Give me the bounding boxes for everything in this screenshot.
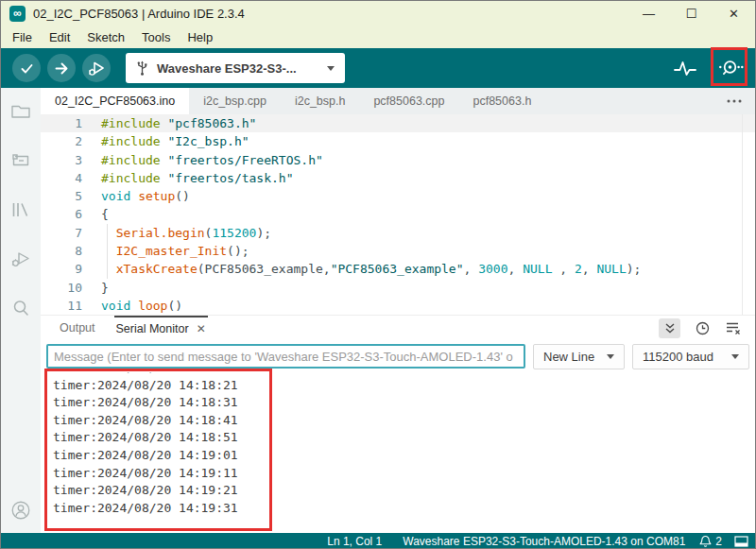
chevron-down-icon: [607, 354, 614, 359]
panel-header: Output Serial Monitor ✕: [41, 316, 755, 340]
serial-monitor-tab-label: Serial Monitor: [116, 322, 189, 335]
line-number: 10: [41, 279, 82, 297]
menu-sketch[interactable]: Sketch: [78, 30, 133, 44]
code-line-7[interactable]: 7 Serial.begin(115200);: [41, 224, 755, 242]
code-line-11[interactable]: 11void loop(): [41, 297, 755, 315]
title-bar: ∞ 02_I2C_PCF85063 | Arduino IDE 2.3.4 — …: [1, 1, 755, 26]
bottom-panel: Output Serial Monitor ✕: [41, 315, 755, 533]
code-editor[interactable]: 1#include "pcf85063.h"2#include "I2c_bsp…: [41, 114, 755, 315]
upload-button[interactable]: [47, 54, 76, 82]
toggle-panel-icon[interactable]: [734, 536, 748, 547]
menu-help[interactable]: Help: [179, 30, 221, 44]
toolbar: Waveshare ESP32-S3-...: [1, 48, 755, 88]
tab-02-i2c-pcf85063-ino[interactable]: 02_I2C_PCF85063.ino: [41, 88, 189, 114]
menu-file[interactable]: File: [4, 30, 41, 44]
serial-line: timer:2024/08/20 14:18:51: [53, 429, 755, 447]
status-bar: Ln 1, Col 1 Waveshare ESP32-S3-Touch-AMO…: [1, 533, 755, 549]
clear-output-button[interactable]: [724, 318, 743, 338]
menu-edit[interactable]: Edit: [41, 30, 78, 44]
tab-i2c-bsp-cpp[interactable]: i2c_bsp.cpp: [189, 88, 281, 114]
serial-plotter-button[interactable]: [670, 51, 700, 85]
clock-icon: [696, 321, 710, 335]
clear-output-icon: [726, 321, 741, 335]
code-line-8[interactable]: 8 I2C_master_Init();: [41, 242, 755, 260]
serial-message-input[interactable]: [46, 344, 525, 369]
board-selector-label: Waveshare ESP32-S3-...: [157, 61, 297, 76]
code-line-6[interactable]: 6{: [41, 205, 755, 223]
chevron-down-icon: [327, 66, 335, 71]
line-number: 8: [41, 242, 82, 260]
serial-line: timer:2024/08/20 14:19:11: [53, 465, 755, 483]
verify-button[interactable]: [12, 54, 41, 82]
tab-pcf85063-h[interactable]: pcf85063.h: [458, 88, 545, 114]
serial-line: timer:2024/08/20 14:18:41: [53, 412, 755, 430]
arduino-ide-window: ∞ 02_I2C_PCF85063 | Arduino IDE 2.3.4 — …: [0, 0, 756, 549]
bell-icon: [699, 535, 712, 548]
tab-pcf85063-cpp[interactable]: pcf85063.cpp: [359, 88, 458, 114]
line-number: 3: [41, 151, 82, 169]
code-line-9[interactable]: 9 xTaskCreate(PCF85063_example,"PCF85063…: [41, 260, 755, 278]
serial-plotter-icon: [674, 59, 696, 77]
serial-line: timer:2024/08/20 14:19:01: [53, 447, 755, 465]
timestamp-toggle-button[interactable]: [693, 318, 712, 338]
library-manager-icon[interactable]: [9, 198, 32, 221]
close-button[interactable]: ✕: [713, 1, 755, 26]
close-tab-icon[interactable]: ✕: [197, 322, 206, 335]
line-number: 5: [41, 187, 82, 205]
debug-button[interactable]: [82, 54, 111, 82]
content-area: 02_I2C_PCF85063.inoi2c_bsp.cppi2c_bsp.hp…: [41, 88, 755, 533]
line-number: 6: [41, 205, 82, 223]
more-actions-icon[interactable]: [727, 88, 742, 114]
code-line-3[interactable]: 3#include "freertos/FreeRTOS.h": [41, 151, 755, 169]
arrow-right-icon: [53, 60, 71, 77]
code-line-1[interactable]: 1#include "pcf85063.h": [41, 114, 755, 132]
code-line-4[interactable]: 4#include "freertos/task.h": [41, 169, 755, 187]
serial-line: timer:2024/08/20 14:18:21: [53, 377, 755, 395]
usb-icon: [136, 60, 148, 77]
minimize-button[interactable]: —: [627, 1, 670, 26]
line-ending-dropdown[interactable]: New Line: [533, 344, 625, 369]
menu-bar: FileEditSketchToolsHelp: [1, 26, 755, 48]
menu-tools[interactable]: Tools: [133, 30, 179, 44]
tab-serial-monitor[interactable]: Serial Monitor ✕: [114, 316, 208, 340]
code-line-2[interactable]: 2#include "I2c_bsp.h": [41, 132, 755, 150]
account-icon[interactable]: [9, 499, 32, 522]
toolbar-right: [670, 48, 746, 88]
status-board-port[interactable]: Waveshare ESP32-S3-Touch-AMOLED-1.43 on …: [403, 535, 685, 548]
board-selector-dropdown[interactable]: Waveshare ESP32-S3-...: [126, 53, 345, 83]
serial-monitor-icon: [718, 59, 744, 77]
serial-monitor-button[interactable]: [715, 51, 746, 85]
main-area: 02_I2C_PCF85063.inoi2c_bsp.cppi2c_bsp.hp…: [1, 88, 755, 533]
tab-output[interactable]: Output: [60, 321, 95, 335]
notification-count: 2: [715, 535, 722, 548]
activity-bar: [1, 88, 41, 533]
baud-rate-value: 115200 baud: [643, 350, 713, 364]
collapse-panel-button[interactable]: [659, 318, 680, 338]
line-number: 7: [41, 224, 82, 242]
cursor-position: Ln 1, Col 1: [327, 535, 382, 548]
code-line-5[interactable]: 5void setup(): [41, 187, 755, 205]
debug-icon: [87, 59, 106, 77]
serial-input-row: New Line 115200 baud: [41, 340, 755, 372]
tab-i2c-bsp-h[interactable]: i2c_bsp.h: [281, 88, 360, 114]
notifications-indicator[interactable]: 2: [699, 535, 722, 548]
check-icon: [18, 60, 36, 77]
editor-tab-bar: 02_I2C_PCF85063.inoi2c_bsp.cppi2c_bsp.hp…: [41, 88, 755, 114]
panel-header-icons: [659, 316, 743, 340]
maximize-button[interactable]: ☐: [670, 1, 713, 26]
debug-panel-icon[interactable]: [9, 248, 32, 270]
serial-line: timer:2024/08/20 14:18:31: [53, 394, 755, 412]
line-ending-value: New Line: [543, 350, 594, 364]
baud-rate-dropdown[interactable]: 115200 baud: [632, 344, 749, 369]
window-controls: — ☐ ✕: [627, 1, 755, 26]
window-title: 02_I2C_PCF85063 | Arduino IDE 2.3.4: [33, 7, 245, 21]
serial-line: timer:2024/08/20 14:19:31: [53, 500, 755, 518]
sketchbook-folder-icon[interactable]: [9, 100, 32, 123]
line-number: 2: [41, 132, 82, 150]
boards-manager-icon[interactable]: [9, 149, 32, 172]
chevron-down-icon: [731, 354, 739, 359]
serial-output[interactable]: timer:2024/08/20 14:18:11timer:2024/08/2…: [41, 372, 755, 533]
code-line-10[interactable]: 10}: [41, 279, 755, 297]
double-chevron-down-icon: [664, 322, 676, 335]
search-icon[interactable]: [9, 297, 32, 319]
